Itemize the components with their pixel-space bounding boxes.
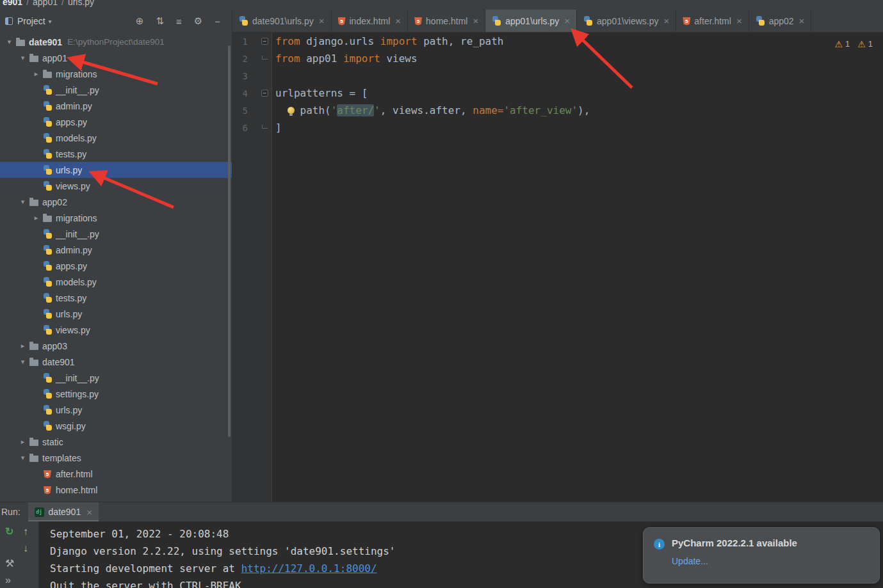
close-icon[interactable]: ×: [736, 15, 742, 26]
rerun-icon[interactable]: ↻: [5, 527, 13, 537]
project-header-icons: ⊕⇅≡⚙−: [136, 15, 227, 27]
warning-badge[interactable]: ⚠1: [834, 39, 850, 49]
fold-marker[interactable]: −: [257, 38, 272, 45]
project-tool-window-icon[interactable]: [5, 17, 13, 25]
fold-marker[interactable]: −: [257, 90, 272, 97]
close-icon[interactable]: ×: [319, 15, 325, 26]
tab-label: app02: [769, 16, 794, 26]
tree-item[interactable]: urls.py: [0, 402, 232, 418]
tree-item[interactable]: home.html: [0, 482, 232, 498]
fold-marker[interactable]: [257, 58, 272, 60]
close-icon[interactable]: ×: [473, 15, 478, 26]
tree-item[interactable]: ▸migrations: [0, 210, 232, 226]
breadcrumb: e901/app01/urls.py: [0, 0, 883, 7]
python-file-icon: [42, 149, 53, 159]
editor-tab[interactable]: date901\urls.py×: [232, 10, 332, 32]
breadcrumb-item[interactable]: urls.py: [68, 0, 94, 7]
tree-item[interactable]: views.py: [0, 322, 232, 338]
project-title[interactable]: Project: [17, 16, 45, 26]
tree-item[interactable]: ▸migrations: [0, 66, 232, 82]
tree-item[interactable]: tests.py: [0, 146, 232, 162]
tree-item[interactable]: settings.py: [0, 386, 232, 402]
chevron-icon[interactable]: ▸: [17, 438, 28, 446]
python-file-icon: [42, 261, 53, 271]
tree-item[interactable]: models.py: [0, 130, 232, 146]
tree-item[interactable]: ▾app02: [0, 194, 232, 210]
tree-item[interactable]: __init__.py: [0, 370, 232, 386]
tree-item[interactable]: apps.py: [0, 114, 232, 130]
console-link[interactable]: http://127.0.0.1:8000/: [241, 562, 377, 575]
breadcrumb-item[interactable]: e901: [3, 0, 22, 7]
editor-tab[interactable]: index.html×: [332, 10, 409, 32]
tools-icon[interactable]: ⚒: [5, 559, 14, 569]
chevron-icon[interactable]: ▾: [4, 38, 15, 46]
tree-item[interactable]: ▾date901: [0, 354, 232, 370]
tree-item[interactable]: views.py: [0, 178, 232, 194]
tree-item[interactable]: apps.py: [0, 258, 232, 274]
tree-item[interactable]: admin.py: [0, 98, 232, 114]
tree-item[interactable]: urls.py: [0, 162, 232, 178]
chevron-icon[interactable]: ▾: [17, 358, 28, 366]
code-line[interactable]: 5 path('after/', views.after, name='afte…: [232, 102, 883, 119]
chevron-icon[interactable]: ▸: [31, 70, 42, 78]
editor-tab[interactable]: home.html×: [408, 10, 485, 32]
tree-item[interactable]: index.html: [0, 498, 232, 502]
editor-tab[interactable]: after.html×: [676, 10, 749, 32]
tree-item[interactable]: __init__.py: [0, 82, 232, 98]
tree-item-label: migrations: [56, 213, 97, 223]
close-icon[interactable]: ×: [395, 15, 401, 26]
down-icon[interactable]: ↓: [23, 543, 28, 553]
python-file-icon: [42, 389, 53, 399]
close-icon[interactable]: ×: [564, 15, 570, 26]
tree-item[interactable]: ▾templates: [0, 450, 232, 466]
fold-marker[interactable]: [257, 127, 272, 129]
hide-icon[interactable]: −: [215, 16, 220, 27]
tree-item[interactable]: ▾app01: [0, 50, 232, 66]
up-icon[interactable]: ↑: [23, 527, 28, 537]
scrollbar[interactable]: [228, 45, 231, 437]
chevron-icon[interactable]: ▾: [17, 198, 28, 206]
code-line[interactable]: 3: [232, 67, 883, 84]
notification-update-link[interactable]: Update...: [672, 556, 797, 566]
tree-item[interactable]: after.html: [0, 466, 232, 482]
tree-item[interactable]: ▾date901E:\pythonProject\date901: [0, 34, 232, 50]
editor-tab[interactable]: app01\views.py×: [577, 10, 676, 32]
python-file-icon: [42, 245, 53, 255]
chevron-icon[interactable]: ▾: [17, 54, 28, 62]
more-icon[interactable]: »: [5, 575, 11, 585]
tree-item-label: urls.py: [56, 165, 82, 175]
collapse-icon[interactable]: ⇅: [156, 15, 164, 27]
chevron-icon[interactable]: ▾: [17, 454, 28, 462]
tree-item[interactable]: ▸static: [0, 434, 232, 450]
tree-item[interactable]: tests.py: [0, 290, 232, 306]
code-line[interactable]: 1−from django.urls import path, re_path: [232, 33, 883, 50]
tree-item[interactable]: urls.py: [0, 306, 232, 322]
close-icon[interactable]: ×: [86, 507, 92, 518]
chevron-icon[interactable]: ▸: [17, 342, 28, 350]
tab-label: date901\urls.py: [252, 16, 314, 26]
editor-tab[interactable]: app02×: [749, 10, 812, 32]
tree-item[interactable]: models.py: [0, 274, 232, 290]
code-area[interactable]: 1−from django.urls import path, re_path2…: [232, 33, 883, 136]
intention-bulb-icon[interactable]: [288, 107, 295, 114]
warning-badge[interactable]: ⚠1: [857, 39, 873, 49]
editor-tab[interactable]: app01\urls.py×: [485, 10, 577, 32]
tree-item-label: templates: [42, 453, 81, 463]
tree-item[interactable]: wsgi.py: [0, 418, 232, 434]
tree-item[interactable]: admin.py: [0, 242, 232, 258]
breadcrumb-item[interactable]: app01: [33, 0, 58, 7]
close-icon[interactable]: ×: [664, 15, 670, 26]
close-icon[interactable]: ×: [799, 15, 805, 26]
settings-icon[interactable]: ⚙: [194, 15, 202, 27]
chevron-down-icon[interactable]: ▾: [49, 18, 52, 25]
tree-item[interactable]: ▸app03: [0, 338, 232, 354]
code-line[interactable]: 4−urlpatterns = [: [232, 84, 883, 102]
chevron-icon[interactable]: ▸: [31, 214, 42, 222]
code-line[interactable]: 2from app01 import views: [232, 50, 883, 67]
python-file-icon: [42, 181, 53, 191]
run-tab[interactable]: date901 ×: [28, 502, 99, 521]
tree-item[interactable]: __init__.py: [0, 226, 232, 242]
expand-icon[interactable]: ≡: [176, 16, 182, 27]
code-line[interactable]: 6]: [232, 119, 883, 136]
locate-icon[interactable]: ⊕: [136, 15, 144, 27]
